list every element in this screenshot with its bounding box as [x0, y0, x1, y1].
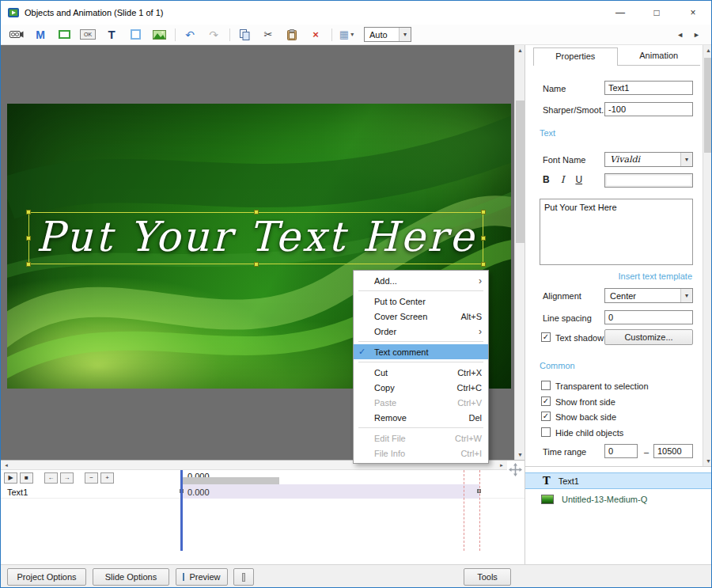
layer-row-image[interactable]: Untitled-13-Medium-Q — [525, 491, 712, 507]
copy-button[interactable] — [235, 27, 254, 43]
menu-item-copy[interactable]: Copy Ctrl+C — [354, 380, 488, 395]
show-back-side-checkbox[interactable]: ✓ — [541, 412, 551, 421]
selection-handle[interactable] — [254, 262, 259, 267]
font-name-select[interactable]: Vivaldi ▾ — [604, 152, 693, 167]
timeline-row-text1[interactable]: Text1 0.000 — [1, 484, 525, 499]
canvas-text-object[interactable]: Put Your Text Here — [29, 208, 483, 265]
preview-button[interactable]: Preview — [176, 568, 228, 586]
frame-tool-button[interactable] — [126, 27, 145, 43]
mask-tool-button[interactable]: M — [31, 27, 50, 43]
menu-item-add[interactable]: Add... › — [354, 273, 488, 288]
scrollbar-thumb[interactable] — [704, 58, 712, 153]
minimize-button[interactable]: — — [602, 1, 638, 25]
timeline-cursor[interactable] — [180, 470, 183, 551]
zoom-select[interactable]: Auto ▾ — [364, 27, 411, 42]
image-icon — [153, 30, 166, 40]
redo-button[interactable]: ↷ — [204, 27, 223, 43]
row-time-label: 0.000 — [187, 487, 210, 497]
customize-button[interactable]: Customize... — [604, 329, 693, 345]
name-label: Name — [543, 84, 566, 93]
menu-separator — [358, 427, 483, 428]
pan-tool-icon[interactable] — [507, 461, 524, 478]
scroll-down-icon[interactable]: ▼ — [515, 450, 525, 460]
transparent-to-selection-checkbox[interactable] — [541, 381, 551, 390]
project-options-button[interactable]: Project Options — [7, 568, 86, 586]
grid-button[interactable]: ▦ ▾ — [337, 27, 356, 43]
delete-button[interactable]: × — [306, 27, 325, 43]
zoom-in-button[interactable]: + — [100, 472, 114, 484]
button-tool-button[interactable]: OK — [78, 27, 97, 43]
scroll-down-icon[interactable]: ▼ — [703, 456, 712, 466]
name-input[interactable] — [604, 81, 693, 95]
timeline: ◄ ► ▶ ■ ← → − + 0 — [1, 460, 525, 564]
selection-handle[interactable] — [481, 236, 486, 241]
menu-item-cover-screen[interactable]: Cover Screen Alt+S — [354, 309, 488, 324]
cut-button[interactable]: ✂ — [259, 27, 278, 43]
alignment-value: Center — [605, 291, 680, 301]
submenu-arrow-icon: › — [479, 275, 482, 286]
scroll-up-icon[interactable]: ▲ — [703, 45, 712, 55]
selection-handle[interactable] — [26, 210, 31, 214]
panel-scrollbar[interactable]: ▲ ▼ — [703, 45, 712, 466]
layer-row-text1[interactable]: T Text1 — [525, 472, 712, 489]
sharper-input[interactable] — [604, 102, 693, 116]
menu-item-cut[interactable]: Cut Ctrl+X — [354, 365, 488, 380]
alignment-select[interactable]: Center ▾ — [604, 288, 693, 303]
object-duration-band[interactable]: 0.000 — [181, 484, 479, 499]
text-content-area[interactable]: Put Your Text Here — [540, 199, 693, 265]
nav-left-button[interactable]: ◄ — [676, 31, 684, 39]
text-object-selection[interactable]: Put Your Text Here — [28, 212, 483, 264]
scroll-up-icon[interactable]: ▲ — [515, 45, 525, 55]
insert-text-template-link[interactable]: Insert text template — [618, 271, 692, 281]
text-shadow-checkbox[interactable]: ✓ — [541, 332, 551, 342]
menu-item-remove[interactable]: Remove Del — [354, 410, 488, 425]
close-button[interactable]: × — [675, 1, 711, 25]
selection-handle[interactable] — [26, 262, 31, 267]
tools-button[interactable]: Tools — [464, 568, 511, 586]
prev-keyframe-button[interactable]: ← — [44, 472, 58, 484]
tab-properties[interactable]: Properties — [533, 47, 618, 66]
scrollbar-thumb[interactable] — [516, 101, 525, 243]
tab-animation[interactable]: Animation — [618, 47, 701, 66]
hide-child-objects-checkbox[interactable] — [541, 427, 551, 437]
undo-button[interactable]: ↶ — [180, 27, 199, 43]
text-section-header: Text — [540, 128, 555, 138]
image-tool-button[interactable] — [150, 27, 169, 43]
selection-handle[interactable] — [481, 262, 486, 267]
canvas-vertical-scrollbar[interactable]: ▲ ▼ — [514, 45, 525, 460]
zoom-out-button[interactable]: − — [85, 472, 98, 484]
text-tool-button[interactable]: T — [102, 27, 121, 43]
font-color-field[interactable] — [604, 173, 693, 188]
italic-button[interactable]: I — [561, 174, 565, 185]
next-keyframe-button[interactable]: → — [60, 472, 74, 484]
selection-handle[interactable] — [26, 236, 31, 241]
sharper-label: Sharper/Smoot... — [543, 105, 608, 115]
menu-item-put-to-center[interactable]: Put to Center — [354, 294, 488, 309]
layer-name: Text1 — [559, 476, 579, 486]
show-front-side-checkbox[interactable]: ✓ — [541, 396, 551, 406]
underline-button[interactable]: U — [575, 174, 582, 185]
text-layer-icon: T — [543, 475, 551, 487]
slide-options-button[interactable]: Slide Options — [93, 568, 169, 586]
scroll-right-icon[interactable]: ► — [496, 461, 507, 470]
menu-item-order[interactable]: Order › — [354, 324, 488, 339]
selection-handle[interactable] — [481, 210, 486, 214]
maximize-button[interactable]: □ — [638, 1, 675, 25]
bold-button[interactable]: B — [543, 174, 550, 185]
time-to-input[interactable] — [653, 444, 693, 458]
menu-item-paste: Paste Ctrl+V — [354, 395, 488, 410]
video-tool-button[interactable] — [7, 27, 26, 43]
play-button[interactable]: ▶ — [4, 472, 17, 484]
common-section-header: Common — [540, 361, 575, 370]
selection-handle[interactable] — [254, 210, 259, 214]
keyboard-shortcuts-button[interactable] — [233, 568, 254, 586]
rectangle-tool-button[interactable] — [55, 27, 74, 43]
stop-button[interactable]: ■ — [20, 472, 33, 484]
menu-item-text-comment[interactable]: ✓ Text comment — [354, 344, 488, 359]
transparent-to-selection-label: Transparent to selection — [555, 381, 649, 391]
paste-button[interactable] — [282, 27, 301, 43]
scroll-left-icon[interactable]: ◄ — [1, 461, 12, 470]
line-spacing-input[interactable] — [604, 310, 693, 324]
time-from-input[interactable] — [604, 444, 638, 458]
nav-right-button[interactable]: ► — [693, 31, 700, 39]
